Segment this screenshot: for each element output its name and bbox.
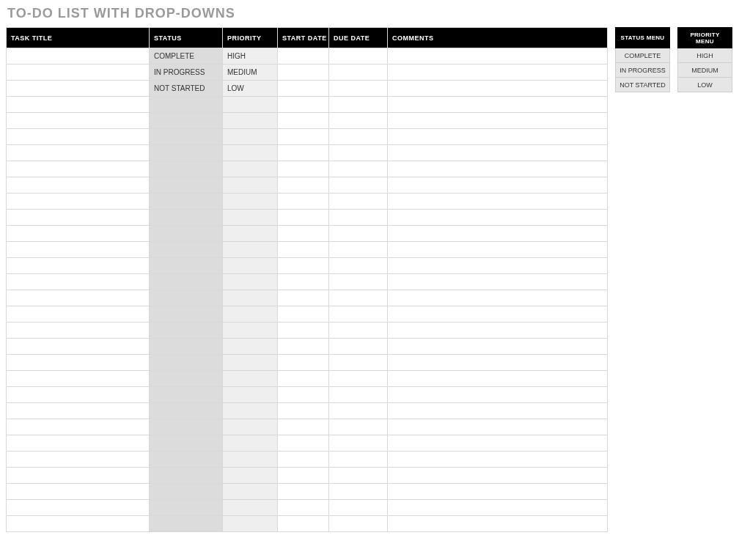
cell-due[interactable] xyxy=(329,65,388,81)
cell-priority[interactable] xyxy=(223,468,278,484)
cell-task[interactable] xyxy=(7,500,150,516)
cell-status[interactable] xyxy=(150,452,223,468)
priority-menu-item[interactable]: MEDIUM xyxy=(678,63,732,78)
cell-task[interactable] xyxy=(7,161,150,177)
cell-task[interactable] xyxy=(7,306,150,323)
cell-due[interactable] xyxy=(329,452,388,468)
cell-due[interactable] xyxy=(329,258,388,274)
cell-task[interactable] xyxy=(7,403,150,419)
cell-task[interactable] xyxy=(7,290,150,306)
cell-comments[interactable] xyxy=(388,435,608,452)
cell-priority[interactable] xyxy=(223,97,278,113)
cell-due[interactable] xyxy=(329,290,388,306)
cell-comments[interactable] xyxy=(388,323,608,339)
cell-start[interactable] xyxy=(278,97,329,113)
cell-priority[interactable] xyxy=(223,403,278,419)
cell-start[interactable] xyxy=(278,290,329,306)
cell-priority[interactable] xyxy=(223,484,278,500)
cell-comments[interactable] xyxy=(388,290,608,306)
cell-task[interactable] xyxy=(7,371,150,387)
cell-due[interactable] xyxy=(329,48,388,65)
cell-comments[interactable] xyxy=(388,113,608,129)
cell-priority[interactable]: LOW xyxy=(223,81,278,97)
cell-task[interactable] xyxy=(7,210,150,226)
cell-priority[interactable] xyxy=(223,113,278,129)
cell-priority[interactable] xyxy=(223,323,278,339)
cell-task[interactable] xyxy=(7,242,150,258)
cell-comments[interactable] xyxy=(388,145,608,161)
cell-start[interactable] xyxy=(278,81,329,97)
cell-start[interactable] xyxy=(278,500,329,516)
cell-task[interactable] xyxy=(7,516,150,532)
cell-start[interactable] xyxy=(278,274,329,290)
cell-comments[interactable] xyxy=(388,306,608,323)
cell-priority[interactable] xyxy=(223,274,278,290)
cell-comments[interactable] xyxy=(388,500,608,516)
cell-priority[interactable] xyxy=(223,258,278,274)
cell-priority[interactable] xyxy=(223,129,278,145)
cell-comments[interactable] xyxy=(388,516,608,532)
cell-due[interactable] xyxy=(329,468,388,484)
cell-start[interactable] xyxy=(278,177,329,194)
cell-task[interactable] xyxy=(7,177,150,194)
cell-due[interactable] xyxy=(329,145,388,161)
cell-task[interactable] xyxy=(7,274,150,290)
cell-start[interactable] xyxy=(278,242,329,258)
cell-due[interactable] xyxy=(329,81,388,97)
cell-task[interactable] xyxy=(7,452,150,468)
cell-comments[interactable] xyxy=(388,371,608,387)
cell-status[interactable] xyxy=(150,500,223,516)
cell-status[interactable] xyxy=(150,161,223,177)
cell-start[interactable] xyxy=(278,403,329,419)
cell-task[interactable] xyxy=(7,435,150,452)
cell-task[interactable] xyxy=(7,129,150,145)
cell-status[interactable] xyxy=(150,97,223,113)
cell-priority[interactable] xyxy=(223,145,278,161)
cell-status[interactable] xyxy=(150,355,223,371)
cell-status[interactable] xyxy=(150,419,223,435)
cell-status[interactable] xyxy=(150,323,223,339)
cell-priority[interactable] xyxy=(223,452,278,468)
cell-due[interactable] xyxy=(329,161,388,177)
cell-priority[interactable] xyxy=(223,419,278,435)
priority-menu-item[interactable]: HIGH xyxy=(678,48,732,63)
cell-task[interactable] xyxy=(7,323,150,339)
cell-priority[interactable] xyxy=(223,177,278,194)
cell-priority[interactable] xyxy=(223,387,278,403)
cell-due[interactable] xyxy=(329,306,388,323)
cell-due[interactable] xyxy=(329,387,388,403)
cell-start[interactable] xyxy=(278,355,329,371)
cell-due[interactable] xyxy=(329,339,388,355)
status-menu-item[interactable]: NOT STARTED xyxy=(616,78,670,92)
cell-comments[interactable] xyxy=(388,258,608,274)
cell-status[interactable] xyxy=(150,210,223,226)
cell-comments[interactable] xyxy=(388,355,608,371)
cell-status[interactable] xyxy=(150,274,223,290)
cell-status[interactable] xyxy=(150,242,223,258)
cell-start[interactable] xyxy=(278,452,329,468)
cell-status[interactable]: NOT STARTED xyxy=(150,81,223,97)
cell-task[interactable] xyxy=(7,194,150,210)
cell-start[interactable] xyxy=(278,210,329,226)
cell-priority[interactable] xyxy=(223,516,278,532)
cell-priority[interactable]: HIGH xyxy=(223,48,278,65)
cell-start[interactable] xyxy=(278,194,329,210)
cell-task[interactable] xyxy=(7,226,150,242)
cell-due[interactable] xyxy=(329,226,388,242)
cell-status[interactable] xyxy=(150,129,223,145)
cell-task[interactable] xyxy=(7,65,150,81)
cell-status[interactable]: IN PROGRESS xyxy=(150,65,223,81)
cell-task[interactable] xyxy=(7,113,150,129)
cell-start[interactable] xyxy=(278,419,329,435)
cell-task[interactable] xyxy=(7,387,150,403)
cell-start[interactable] xyxy=(278,371,329,387)
cell-task[interactable] xyxy=(7,81,150,97)
cell-priority[interactable] xyxy=(223,226,278,242)
cell-status[interactable] xyxy=(150,387,223,403)
cell-task[interactable] xyxy=(7,355,150,371)
cell-due[interactable] xyxy=(329,323,388,339)
cell-priority[interactable]: MEDIUM xyxy=(223,65,278,81)
cell-start[interactable] xyxy=(278,129,329,145)
cell-status[interactable] xyxy=(150,258,223,274)
cell-status[interactable] xyxy=(150,484,223,500)
